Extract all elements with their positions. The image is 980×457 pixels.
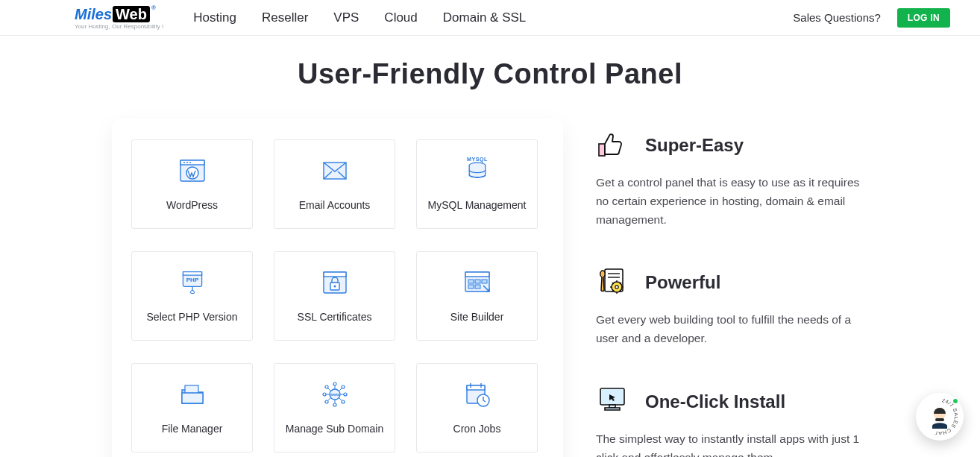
email-icon [320,157,350,187]
tile-ssl[interactable]: SSL Certificates [274,251,395,341]
svg-line-41 [339,398,342,401]
svg-rect-18 [468,280,474,283]
feature-powerful: Powerful Get every web building tool to … [596,265,864,348]
site-builder-icon [462,269,492,299]
svg-point-4 [189,162,191,163]
top-nav: Miles Web ® Your Hosting, Our Responsibi… [0,0,980,36]
svg-text:WWW: WWW [330,393,339,397]
tile-label: SSL Certificates [298,311,372,323]
svg-rect-66 [935,418,944,421]
svg-rect-22 [475,285,480,289]
logo-registered: ® [151,5,156,11]
tile-label: WordPress [166,199,218,211]
svg-point-32 [325,400,328,403]
tile-label: Site Builder [450,311,504,323]
login-button[interactable]: LOG IN [897,8,950,28]
logo-text-left: Miles [75,7,112,22]
tile-label: Email Accounts [299,199,371,211]
svg-rect-63 [605,408,620,410]
feature-title: Super-Easy [645,135,744,156]
top-right: Sales Questions? LOG IN [793,8,950,28]
primary-nav: Hosting Reseller VPS Cloud Domain & SSL [193,10,526,25]
nav-hosting[interactable]: Hosting [193,10,236,25]
svg-point-28 [333,382,336,385]
live-chat-button[interactable]: 24/7 SALES CHAT [916,393,964,441]
ssl-lock-icon [320,269,350,299]
tile-mysql[interactable]: MYSQL MySQL Management [416,139,538,229]
tile-cron[interactable]: Cron Jobs [416,363,538,453]
svg-rect-21 [468,285,474,289]
feature-title: Powerful [645,272,720,293]
nav-reseller[interactable]: Reseller [262,10,308,25]
svg-point-29 [333,403,336,406]
svg-point-31 [342,385,345,388]
tile-subdomain[interactable]: WWW [274,363,395,453]
svg-text:MYSQL: MYSQL [467,157,488,163]
feature-one-click: One-Click Install The simplest way to in… [596,384,864,457]
brand-logo[interactable]: Miles Web ® Your Hosting, Our Responsibi… [75,6,163,30]
logo-tagline: Your Hosting, Our Responsibility ! [75,24,163,30]
logo-text-right: Web [113,6,150,22]
folder-icon [178,381,207,411]
one-click-icon [596,384,629,420]
svg-point-3 [186,162,188,163]
svg-line-38 [327,388,330,391]
tile-file-manager[interactable]: File Manager [131,363,253,453]
tile-label: MySQL Management [428,199,527,211]
thumbs-up-icon [596,127,629,163]
feature-desc: Get a control panel that is easy to use … [596,174,864,229]
mysql-icon: MYSQL [462,157,492,187]
svg-point-30 [325,385,328,388]
svg-text:PHP: PHP [186,277,198,283]
tile-php[interactable]: PHP Select PHP Version [131,251,253,341]
tile-wordpress[interactable]: WordPress [131,139,253,229]
cron-icon [462,381,492,411]
svg-point-26 [323,393,326,396]
nav-vps[interactable]: VPS [333,10,359,25]
tile-site-builder[interactable]: Site Builder [416,251,538,341]
svg-rect-13 [324,272,346,277]
svg-point-2 [183,162,185,163]
svg-point-27 [344,393,347,396]
svg-rect-43 [467,385,485,390]
feature-desc: The simplest way to instantly install ap… [596,430,864,457]
online-status-dot [952,397,959,405]
tile-label: Cron Jobs [453,423,501,435]
nav-domain-ssl[interactable]: Domain & SSL [443,10,527,25]
feature-title: One-Click Install [645,391,785,412]
svg-rect-20 [482,280,487,283]
svg-point-15 [333,286,336,288]
svg-line-39 [339,388,342,391]
feature-column: Super-Easy Get a control panel that is e… [596,119,864,457]
php-icon: PHP [178,269,207,299]
tile-label: Manage Sub Domain [286,423,384,435]
svg-rect-47 [599,144,605,156]
feature-desc: Get every web building tool to fulfill t… [596,311,864,348]
subdomain-icon: WWW [320,381,350,411]
svg-rect-17 [465,272,489,277]
svg-point-52 [615,286,618,289]
wordpress-icon [178,157,207,187]
tile-email[interactable]: Email Accounts [274,139,395,229]
svg-point-33 [342,400,345,403]
page-title: User-Friendly Control Panel [0,58,980,90]
sales-questions-link[interactable]: Sales Questions? [793,11,881,24]
tile-label: Select PHP Version [147,311,238,323]
wrench-gear-icon [596,265,629,300]
tile-label: File Manager [162,423,223,435]
svg-rect-10 [183,272,201,276]
nav-cloud[interactable]: Cloud [384,10,417,25]
feature-super-easy: Super-Easy Get a control panel that is e… [596,127,864,229]
svg-rect-19 [475,280,480,283]
features-card: WordPress Email Accounts MYSQL [112,119,563,457]
svg-line-40 [327,398,330,401]
